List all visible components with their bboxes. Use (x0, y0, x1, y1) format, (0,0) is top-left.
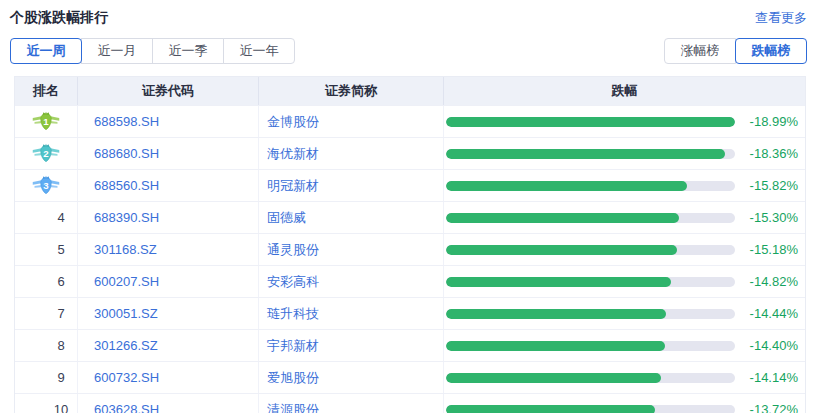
change-bar-fill (446, 277, 671, 287)
rank-medal-icon (27, 334, 57, 358)
table-row[interactable]: 4 688390.SH 固德威 -15.30% (15, 201, 805, 233)
change-bar-track (446, 213, 735, 223)
rank-medal-icon (27, 366, 57, 390)
change-cell: -14.82% (444, 266, 805, 297)
rank-cell: 2 (15, 138, 78, 169)
stock-code-link[interactable]: 600207.SH (94, 274, 159, 289)
stock-name-link[interactable]: 明冠新材 (267, 177, 319, 195)
change-bar-fill (446, 373, 661, 383)
change-percent: -18.99% (740, 114, 798, 129)
change-cell: -18.99% (444, 106, 805, 137)
change-bar-fill (446, 405, 655, 413)
table-row[interactable]: 7 300051.SZ 琏升科技 -14.44% (15, 297, 805, 329)
rank-number: 9 (57, 370, 64, 385)
svg-text:2: 2 (43, 147, 48, 158)
change-bar-track (446, 181, 735, 191)
stock-name-link[interactable]: 通灵股份 (267, 241, 319, 259)
tab-last-year[interactable]: 近一年 (223, 38, 295, 64)
change-bar-track (446, 309, 735, 319)
table-row[interactable]: 8 301266.SZ 宇邦新材 -14.40% (15, 329, 805, 361)
stock-code-link[interactable]: 603628.SH (94, 402, 159, 413)
rank-cell: 5 (15, 234, 78, 265)
rank-medal-icon (27, 302, 57, 326)
change-bar-track (446, 277, 735, 287)
rank-medal-icon (27, 270, 57, 294)
change-bar-track (446, 373, 735, 383)
stock-name-link[interactable]: 宇邦新材 (267, 337, 319, 355)
rank-medal-icon (27, 238, 57, 262)
stock-code-link[interactable]: 688560.SH (94, 178, 159, 193)
rank-cell: 3 (15, 170, 78, 201)
controls-row: 近一周近一月近一季近一年 涨幅榜跌幅榜 (0, 38, 820, 64)
toggle-losers[interactable]: 跌幅榜 (735, 38, 807, 64)
table-row[interactable]: 6 600207.SH 安彩高科 -14.82% (15, 265, 805, 297)
table-row[interactable]: 5 301168.SZ 通灵股份 -15.18% (15, 233, 805, 265)
table-row[interactable]: 2 688680.SH 海优新材 -18.36% (15, 137, 805, 169)
rank-cell: 1 (15, 106, 78, 137)
change-bar-fill (446, 309, 666, 319)
change-bar-track (446, 405, 735, 413)
svg-text:3: 3 (43, 179, 49, 190)
change-cell: -15.18% (444, 234, 805, 265)
stock-name-link[interactable]: 海优新材 (267, 145, 319, 163)
tab-last-week[interactable]: 近一周 (10, 38, 82, 64)
stock-name-link[interactable]: 清源股份 (267, 401, 319, 413)
rank-cell: 8 (15, 330, 78, 361)
change-percent: -14.40% (740, 338, 798, 353)
stock-code-link[interactable]: 301266.SZ (94, 338, 158, 353)
table-row[interactable]: 10 603628.SH 清源股份 -13.72% (15, 393, 805, 413)
rank-medal-icon (24, 398, 54, 413)
stock-name-link[interactable]: 爱旭股份 (267, 369, 319, 387)
table-row[interactable]: 9 600732.SH 爱旭股份 -14.14% (15, 361, 805, 393)
stock-code-link[interactable]: 301168.SZ (94, 242, 157, 257)
stock-code-link[interactable]: 688598.SH (94, 114, 159, 129)
view-more-link[interactable]: 查看更多 (755, 9, 807, 27)
change-bar-fill (446, 181, 687, 191)
change-cell: -14.44% (444, 298, 805, 329)
change-cell: -14.14% (444, 362, 805, 393)
change-percent: -13.72% (740, 402, 798, 413)
column-header-code: 证券代码 (78, 77, 259, 105)
rank-number: 6 (57, 274, 64, 289)
rank-number: 4 (57, 210, 64, 225)
change-percent: -18.36% (740, 146, 798, 161)
rank-cell: 9 (15, 362, 78, 393)
rank-medal-icon: 2 (31, 142, 61, 166)
stock-name-link[interactable]: 固德威 (267, 209, 306, 227)
tab-last-month[interactable]: 近一月 (81, 38, 153, 64)
change-percent: -14.44% (740, 306, 798, 321)
column-header-rank: 排名 (15, 77, 78, 105)
period-tab-group: 近一周近一月近一季近一年 (10, 38, 295, 64)
stock-name-link[interactable]: 琏升科技 (267, 305, 319, 323)
rank-cell: 4 (15, 202, 78, 233)
column-header-change: 跌幅 (444, 77, 805, 105)
stock-ranking-panel: 个股涨跌幅排行 查看更多 近一周近一月近一季近一年 涨幅榜跌幅榜 排名 证券代码… (0, 0, 820, 413)
change-percent: -14.14% (740, 370, 798, 385)
stock-code-link[interactable]: 600732.SH (94, 370, 159, 385)
change-percent: -15.82% (740, 178, 798, 193)
stock-name-link[interactable]: 金博股份 (267, 113, 319, 131)
stock-code-link[interactable]: 688390.SH (94, 210, 159, 225)
rank-medal-icon (27, 206, 57, 230)
table-row[interactable]: 3 688560.SH 明冠新材 -15.82% (15, 169, 805, 201)
column-header-name: 证券简称 (259, 77, 444, 105)
toggle-gainers[interactable]: 涨幅榜 (664, 38, 736, 64)
change-bar-track (446, 149, 735, 159)
table-row[interactable]: 1 688598.SH 金博股份 -18.99% (15, 105, 805, 137)
change-percent: -15.30% (740, 210, 798, 225)
stock-code-link[interactable]: 300051.SZ (94, 306, 158, 321)
change-cell: -18.36% (444, 138, 805, 169)
change-bar-track (446, 245, 735, 255)
change-bar-fill (446, 149, 725, 159)
panel-header: 个股涨跌幅排行 查看更多 (0, 0, 820, 27)
table-body: 1 688598.SH 金博股份 -18.99% 2 688680.SH 海优新… (15, 105, 805, 413)
rank-number: 5 (57, 242, 64, 257)
tab-last-quarter[interactable]: 近一季 (152, 38, 224, 64)
change-bar-track (446, 341, 735, 351)
stock-name-link[interactable]: 安彩高科 (267, 273, 319, 291)
page-title: 个股涨跌幅排行 (10, 9, 108, 27)
stock-code-link[interactable]: 688680.SH (94, 146, 159, 161)
table-header-row: 排名 证券代码 证券简称 跌幅 (15, 77, 805, 105)
rank-number: 8 (57, 338, 64, 353)
change-cell: -15.30% (444, 202, 805, 233)
